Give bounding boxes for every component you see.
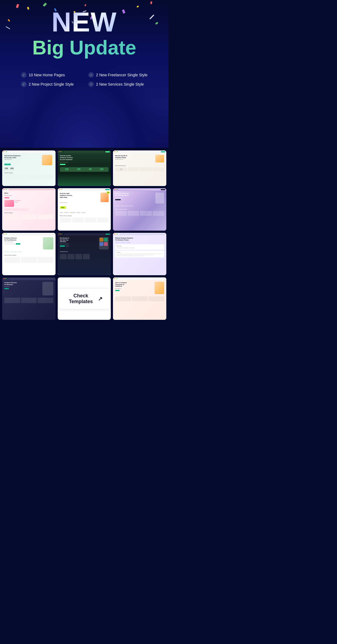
screenshot-7[interactable]: Freelance ServicesFor Your Business Find… bbox=[2, 233, 56, 275]
screenshot-4[interactable]: $29 /m Best plan for starters ★ New Arri… bbox=[2, 188, 56, 231]
ss12-title: Join us & ExploreThousands ofFreelancer bbox=[115, 282, 154, 287]
feature-text-4: 2 New Services Single Style bbox=[96, 82, 144, 86]
ss10-title: Freelance ServicesFor Business bbox=[4, 282, 42, 285]
ss7-browser: Freelance ServicesFor Your Business Find… bbox=[2, 233, 56, 275]
hero-section: NEW Big Update ✓ 10 New Home Pages ✓ 2 N… bbox=[0, 0, 168, 148]
screenshot-3[interactable]: Hire the Top 3% ofFreelance Talent Searc… bbox=[113, 150, 166, 186]
feature-item-3: ✓ 2 New Project Single Style bbox=[21, 82, 80, 87]
check-icon-1: ✓ bbox=[21, 72, 27, 78]
screenshots-row-4: Freelance ServicesFor Business Find serv… bbox=[2, 277, 166, 320]
ss1-title: Find the best freelancersfor any job, on… bbox=[4, 155, 41, 158]
hero-big-update-text: Big Update bbox=[32, 37, 136, 59]
check-icon-4: ✓ bbox=[88, 82, 94, 87]
feature-text-2: 2 New Freelancer Single Style bbox=[96, 73, 147, 77]
screenshots-section: Find the best freelancersfor any job, on… bbox=[0, 148, 168, 325]
screenshot-6[interactable]: Freelance ServicesFor Your Business Sear… bbox=[113, 188, 166, 231]
check-templates-card[interactable]: Check Templates ↗ bbox=[58, 277, 111, 320]
ss2-title: Find the perfectfreelance servicesfor yo… bbox=[60, 155, 109, 161]
screenshot-1[interactable]: Find the best freelancersfor any job, on… bbox=[2, 150, 56, 186]
feature-item-4: ✓ 2 New Services Single Style bbox=[88, 82, 147, 87]
screenshots-row-3: Freelance ServicesFor Your Business Find… bbox=[2, 233, 166, 275]
screenshots-row-2: $29 /m Best plan for starters ★ New Arri… bbox=[2, 188, 166, 231]
screenshots-row-1: Find the best freelancersfor any job, on… bbox=[2, 150, 166, 186]
feature-text-1: 10 New Home Pages bbox=[29, 73, 65, 77]
ss9-title: Website Designer RequiredFor Directory T… bbox=[115, 237, 164, 241]
screenshot-12[interactable]: Join us & ExploreThousands ofFreelancer … bbox=[113, 277, 166, 320]
check-icon-2: ✓ bbox=[88, 72, 94, 78]
ss1-browser: Find the best freelancersfor any job, on… bbox=[2, 150, 56, 186]
check-templates-label: Check Templates bbox=[66, 293, 96, 304]
hero-features-list: ✓ 10 New Home Pages ✓ 2 New Freelancer S… bbox=[21, 72, 148, 87]
check-icon-3: ✓ bbox=[21, 82, 27, 87]
feature-item-2: ✓ 2 New Freelancer Single Style bbox=[88, 72, 147, 78]
ss6-title: Freelance ServicesFor Your Business bbox=[115, 193, 154, 196]
ss8-title: Hire Experts &Get Your AnyJob Done bbox=[60, 237, 98, 243]
ss1-stats: 732M Total Jobs 236M Freelancers bbox=[4, 167, 53, 170]
ss4-browser: $29 /m Best plan for starters ★ New Arri… bbox=[2, 188, 56, 231]
screenshot-2[interactable]: Find the perfectfreelance servicesfor yo… bbox=[58, 150, 111, 186]
screenshot-9[interactable]: Website Designer RequiredFor Directory T… bbox=[113, 233, 166, 275]
screenshot-10[interactable]: Freelance ServicesFor Business Find serv… bbox=[2, 277, 56, 320]
ss3-browser: Hire the Top 3% ofFreelance Talent Searc… bbox=[113, 150, 166, 186]
ss8-browser: Hire Experts &Get Your AnyJob Done Find … bbox=[58, 233, 111, 275]
ss1-nav bbox=[2, 150, 56, 153]
hero-content: NEW Big Update ✓ 10 New Home Pages ✓ 2 N… bbox=[21, 8, 148, 87]
feature-text-3: 2 New Project Single Style bbox=[29, 82, 74, 86]
screenshot-5[interactable]: +12M Find the rightfreelance service,rig… bbox=[58, 188, 111, 231]
ss2-browser: Find the perfectfreelance servicesfor yo… bbox=[58, 150, 111, 186]
ss6-browser: Freelance ServicesFor Your Business Sear… bbox=[113, 188, 166, 231]
ss5-browser: +12M Find the rightfreelance service,rig… bbox=[58, 188, 111, 231]
feature-item-1: ✓ 10 New Home Pages bbox=[21, 72, 80, 78]
hero-new-text: NEW bbox=[51, 8, 117, 36]
check-templates-arrow: ↗ bbox=[98, 295, 103, 302]
ss9-browser: Website Designer RequiredFor Directory T… bbox=[113, 233, 166, 275]
ss2-stats-bar: 834M Projects 732M Freelancers 90M Jobs bbox=[60, 167, 109, 172]
check-templates-button[interactable]: Check Templates ↗ bbox=[58, 288, 111, 309]
screenshot-8[interactable]: Hire Experts &Get Your AnyJob Done Find … bbox=[58, 233, 111, 275]
